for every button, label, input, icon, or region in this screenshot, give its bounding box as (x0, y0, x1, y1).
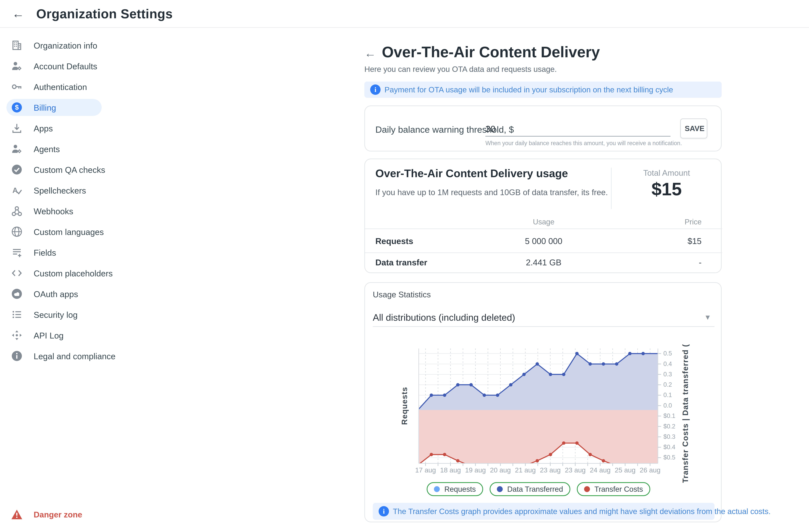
sidebar-item-custom-placeholders[interactable]: Custom placeholders (0, 263, 110, 284)
legend-item-requests[interactable]: Requests (427, 482, 483, 496)
legend-label: Transfer Costs (595, 485, 643, 494)
sidebar-item-api-log[interactable]: API Log (0, 325, 110, 346)
svg-text:25 aug: 25 aug (615, 466, 635, 474)
sidebar-item-label: Security log (34, 310, 78, 320)
legend-item-transfer-costs[interactable]: Transfer Costs (577, 482, 650, 496)
svg-text:0.5: 0.5 (664, 350, 672, 357)
top-app-bar: ← Organization Settings ? J (0, 0, 809, 28)
spellcheck-icon: A (11, 185, 23, 196)
column-header-price: Price (621, 218, 712, 226)
usage-statistics-label: Usage Statistics (373, 290, 431, 299)
sidebar-item-spellcheckers[interactable]: ASpellcheckers (0, 180, 110, 201)
row-label: Data transfer (375, 258, 427, 267)
page-back-arrow-icon[interactable]: ← (362, 45, 378, 61)
sidebar-item-danger-zone[interactable]: Danger zone (0, 506, 110, 523)
cloud-circle-icon (11, 288, 23, 300)
svg-text:0.1: 0.1 (664, 392, 672, 398)
sidebar-item-label: Custom placeholders (34, 269, 113, 278)
chart-legend: RequestsData TransferredTransfer Costs (419, 482, 658, 496)
row-usage-value: 5 000 000 (466, 236, 621, 246)
sidebar-item-agents[interactable]: Agents (0, 138, 110, 159)
svg-text:26 aug: 26 aug (640, 466, 660, 474)
costs-disclaimer-text: The Transfer Costs graph provides approx… (393, 507, 771, 516)
legend-label: Requests (444, 485, 476, 494)
svg-text:17 aug: 17 aug (415, 466, 436, 474)
sidebar-item-custom-qa-checks[interactable]: Custom QA checks (0, 159, 110, 180)
usage-statistics-card: Usage Statistics All distributions (incl… (364, 282, 722, 522)
dpad-icon (11, 329, 23, 341)
chevron-down-icon: ▼ (704, 313, 711, 321)
threshold-card: Daily balance warning threshold, $ When … (364, 105, 722, 152)
app-window: ← Organization Settings ? J Organization… (0, 0, 809, 532)
webhook-icon (11, 205, 23, 217)
legend-item-data-transferred[interactable]: Data Transferred (489, 482, 570, 496)
page-subtitle: Here you can review you OTA data and req… (364, 65, 557, 74)
divider (365, 253, 722, 253)
svg-text:$0.5: $0.5 (664, 454, 675, 461)
sidebar-item-oauth-apps[interactable]: OAuth apps (0, 284, 110, 304)
sidebar-item-label: Spellcheckers (34, 186, 86, 195)
info-circle-icon (11, 350, 23, 362)
info-icon: i (370, 84, 381, 95)
row-price-value: - (621, 258, 712, 267)
danger-zone-label: Danger zone (34, 510, 82, 519)
sidebar-item-authentication[interactable]: Authentication (0, 76, 110, 97)
svg-text:$0.1: $0.1 (664, 412, 675, 419)
sidebar-item-label: Legal and compliance (34, 351, 116, 361)
sidebar-item-fields[interactable]: Fields (0, 242, 110, 263)
threshold-input[interactable] (485, 122, 671, 137)
usage-card: Over-The-Air Content Delivery usage If y… (364, 158, 722, 273)
svg-text:Transfer Costs | Data transfer: Transfer Costs | Data transferred (GB) (681, 344, 690, 483)
check-circle-icon (11, 164, 23, 175)
svg-text:0.4: 0.4 (664, 360, 672, 367)
download-icon (11, 122, 23, 134)
row-price-value: $15 (621, 236, 712, 246)
sidebar-item-label: Custom languages (34, 227, 104, 237)
legend-dot-icon (497, 486, 503, 492)
legend-label: Data Transferred (507, 485, 563, 494)
sidebar-item-webhooks[interactable]: Webhooks (0, 201, 110, 221)
sidebar-item-label: Organization info (34, 41, 97, 51)
code-icon (11, 267, 23, 279)
svg-text:$: $ (15, 104, 19, 111)
person-gear-icon (11, 60, 23, 72)
svg-text:$0.2: $0.2 (664, 423, 675, 430)
distribution-select[interactable]: All distributions (including deleted) (373, 312, 515, 323)
sidebar-item-security-log[interactable]: Security log (0, 304, 110, 325)
threshold-helper-text: When your daily balance reaches this amo… (485, 140, 682, 147)
svg-text:23 aug: 23 aug (565, 466, 586, 474)
page-title: Over-The-Air Content Delivery (382, 44, 600, 61)
svg-text:24 aug: 24 aug (590, 466, 610, 474)
dollar-circle-icon: $ (11, 102, 23, 113)
person-gear-icon (11, 143, 23, 155)
sidebar-item-apps[interactable]: Apps (0, 118, 110, 138)
svg-text:0.3: 0.3 (664, 371, 672, 378)
svg-text:23 aug: 23 aug (540, 466, 561, 474)
sidebar-item-label: API Log (34, 331, 64, 340)
key-icon (11, 81, 23, 92)
sidebar-item-custom-languages[interactable]: Custom languages (0, 221, 110, 242)
total-amount-label: Total Amount (611, 168, 722, 178)
sidebar-item-label: Account Defaults (34, 62, 97, 71)
payment-info-banner: i Payment for OTA usage will be included… (364, 82, 722, 98)
sidebar-item-legal-and-compliance[interactable]: Legal and compliance (0, 346, 110, 366)
sidebar-item-label: Custom QA checks (34, 165, 105, 175)
globe-icon (11, 226, 23, 238)
sidebar-item-label: OAuth apps (34, 289, 78, 299)
topbar-back-arrow-icon[interactable]: ← (10, 6, 26, 21)
usage-chart: 0.50.40.30.20.10.0$0.1$0.2$0.3$0.4$0.517… (399, 344, 722, 483)
sidebar-item-account-defaults[interactable]: Account Defaults (0, 56, 110, 76)
svg-text:19 aug: 19 aug (465, 466, 486, 474)
save-button[interactable]: SAVE (680, 118, 707, 138)
sidebar-item-organization-info[interactable]: Organization info (0, 35, 110, 56)
svg-text:18 aug: 18 aug (440, 466, 461, 474)
svg-text:$0.3: $0.3 (664, 433, 675, 440)
sidebar-item-label: Apps (34, 124, 53, 133)
usage-description: If you have up to 1M requests and 10GB o… (375, 188, 608, 197)
sidebar-item-label: Webhooks (34, 206, 73, 216)
svg-text:21 aug: 21 aug (515, 466, 536, 474)
sidebar-item-label: Billing (34, 103, 56, 113)
row-label: Requests (375, 236, 413, 246)
select-underline (373, 326, 715, 327)
sidebar-item-billing[interactable]: $Billing (0, 97, 110, 118)
